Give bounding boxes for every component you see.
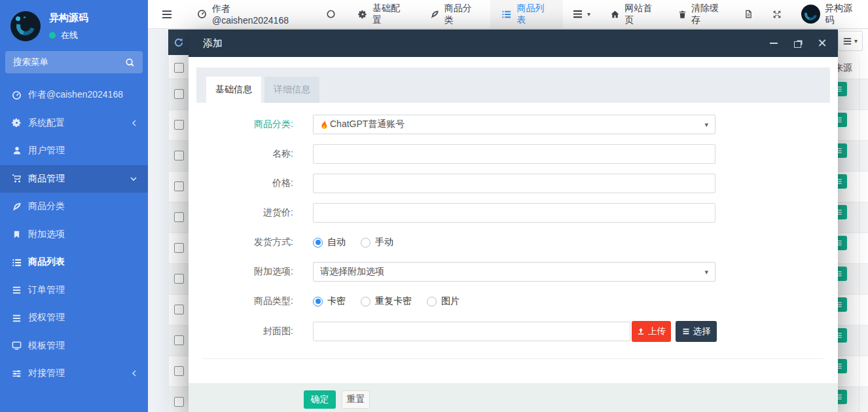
add-product-modal: 添加 ✕ 基础信息 详细信息 商品分类: ChatGPT普通账号 ▾ 名称:	[189, 29, 838, 412]
row-checkbox[interactable]	[174, 305, 184, 314]
radio-icon	[313, 238, 323, 248]
nav-menu-dropdown[interactable]: ▾	[563, 0, 600, 28]
select-all-checkbox[interactable]	[174, 63, 184, 73]
cover-input[interactable]	[313, 322, 630, 341]
circle-icon	[326, 9, 336, 19]
upload-button[interactable]: 上传	[632, 321, 671, 342]
row-checkbox[interactable]	[174, 212, 184, 222]
row-checkbox[interactable]	[174, 89, 184, 99]
sidebar-item-integration-management[interactable]: 对接管理	[0, 360, 148, 388]
sidebar-item-system-config[interactable]: 系统配置	[0, 109, 148, 138]
sidebar-item-label: 商品管理	[28, 173, 65, 185]
tab-detail-info[interactable]: 详细信息	[264, 77, 319, 103]
nav-tab-product-list[interactable]: 商品列表	[490, 0, 563, 28]
radio-label: 重复卡密	[375, 295, 412, 307]
radio-delivery-manual[interactable]: 手动	[361, 236, 393, 248]
sidebar-item-user-management[interactable]: 用户管理	[0, 137, 148, 165]
close-button[interactable]: ✕	[816, 37, 829, 50]
price-input[interactable]	[313, 174, 715, 193]
gauge-icon	[11, 90, 22, 100]
page-icon	[744, 9, 753, 19]
radio-icon	[313, 297, 323, 307]
nav-clear-cache-link[interactable]: 清除缓存	[668, 0, 735, 28]
radio-label: 卡密	[327, 295, 346, 307]
row-checkbox[interactable]	[174, 274, 184, 284]
user-icon	[11, 146, 22, 155]
nav-user-menu[interactable]: 异构源码	[791, 0, 868, 28]
addon-select[interactable]: 请选择附加选项 ▾	[313, 262, 715, 282]
sidebar-item-product-list[interactable]: 商品列表	[0, 248, 148, 276]
sidebar: 异构源码 在线 搜索菜单 作者@caishen2024168 系统配置	[0, 0, 148, 412]
radio-type-image[interactable]: 图片	[427, 295, 460, 307]
sidebar-item-author[interactable]: 作者@caishen2024168	[0, 81, 148, 109]
category-select[interactable]: ChatGPT普通账号 ▾	[313, 115, 715, 134]
form-row-name: 名称:	[189, 144, 838, 164]
sidebar-item-order-management[interactable]: 订单管理	[0, 276, 148, 305]
minimize-button[interactable]	[767, 37, 780, 50]
columns-dropdown-button[interactable]: ▾	[838, 31, 863, 51]
form-row-price: 价格:	[189, 174, 838, 193]
list-icon	[11, 285, 22, 295]
tv-icon	[11, 341, 22, 350]
nav-tab-basic-config[interactable]: 基础配置	[347, 0, 419, 28]
maximize-button[interactable]	[791, 37, 805, 50]
cover-label: 封面图:	[189, 326, 313, 337]
bookmark-icon	[11, 230, 22, 239]
caret-down-icon: ▾	[704, 268, 708, 276]
purchase-price-input[interactable]	[313, 203, 715, 223]
refresh-button[interactable]	[168, 29, 189, 55]
row-checkbox[interactable]	[174, 151, 184, 160]
sidebar-item-product-management[interactable]: 商品管理	[0, 165, 148, 193]
tab-basic-info[interactable]: 基础信息	[206, 77, 261, 103]
flame-icon	[320, 120, 328, 130]
top-navbar: 作者@caishen2024168 基础配置 商品分类 商品列表 ▾ 网站首页	[148, 0, 868, 29]
radio-type-repeat-card[interactable]: 重复卡密	[361, 295, 412, 307]
nav-home-link[interactable]: 网站首页	[600, 0, 668, 28]
nav-tab-label: 商品列表	[516, 3, 552, 26]
choose-button[interactable]: 选择	[676, 321, 717, 342]
online-dot-icon	[49, 32, 56, 39]
nav-tab-author[interactable]: 作者@caishen2024168	[186, 0, 315, 28]
sidebar-item-license-management[interactable]: 授权管理	[0, 304, 148, 332]
search-placeholder: 搜索菜单	[13, 56, 48, 68]
bars-icon	[573, 10, 583, 18]
modal-header[interactable]: 添加 ✕	[189, 29, 838, 57]
fullscreen-icon	[772, 10, 782, 19]
radio-icon	[427, 297, 437, 307]
sidebar-item-product-category[interactable]: 商品分类	[0, 193, 148, 221]
nav-fullscreen-button[interactable]	[763, 0, 791, 28]
nav-page-button[interactable]	[734, 0, 763, 28]
row-checkbox[interactable]	[174, 397, 184, 407]
nav-tab-loading[interactable]	[315, 0, 347, 28]
app-root: 异构源码 在线 搜索菜单 作者@caishen2024168 系统配置	[0, 0, 868, 412]
type-label: 商品类型:	[189, 295, 313, 307]
navbar-right: ▾ 网站首页 清除缓存 异构源码	[563, 0, 868, 28]
form-row-delivery: 发货方式: 自动 手动	[189, 233, 838, 252]
modal-tabs: 基础信息 详细信息	[196, 67, 830, 103]
reset-button[interactable]: 重置	[342, 390, 370, 409]
sidebar-search-input[interactable]: 搜索菜单	[5, 51, 143, 73]
confirm-button[interactable]: 确定	[304, 390, 336, 409]
search-icon[interactable]	[125, 58, 135, 67]
form-row-purchase-price: 进货价:	[189, 203, 838, 223]
sidebar-item-label: 附加选项	[28, 229, 65, 240]
radio-delivery-auto[interactable]: 自动	[313, 236, 346, 248]
sidebar-item-addon-options[interactable]: 附加选项	[0, 221, 148, 249]
nav-tab-label: 商品分类	[444, 3, 480, 26]
radio-label: 自动	[327, 236, 346, 248]
row-checkbox[interactable]	[174, 243, 184, 253]
row-checkbox[interactable]	[174, 366, 184, 376]
sidebar-toggle-button[interactable]	[148, 0, 186, 28]
row-checkbox[interactable]	[174, 181, 184, 191]
row-checkbox[interactable]	[174, 120, 184, 130]
form-separator	[203, 358, 823, 359]
nav-tab-product-category[interactable]: 商品分类	[419, 0, 491, 28]
name-input[interactable]	[313, 144, 715, 164]
gauge-icon	[197, 9, 207, 19]
list-icon	[11, 257, 22, 267]
caret-down-icon: ▾	[587, 10, 590, 18]
caret-down-icon: ▾	[704, 121, 708, 129]
row-checkbox[interactable]	[174, 335, 184, 345]
radio-type-card[interactable]: 卡密	[313, 295, 346, 307]
sidebar-item-template-management[interactable]: 模板管理	[0, 332, 148, 360]
